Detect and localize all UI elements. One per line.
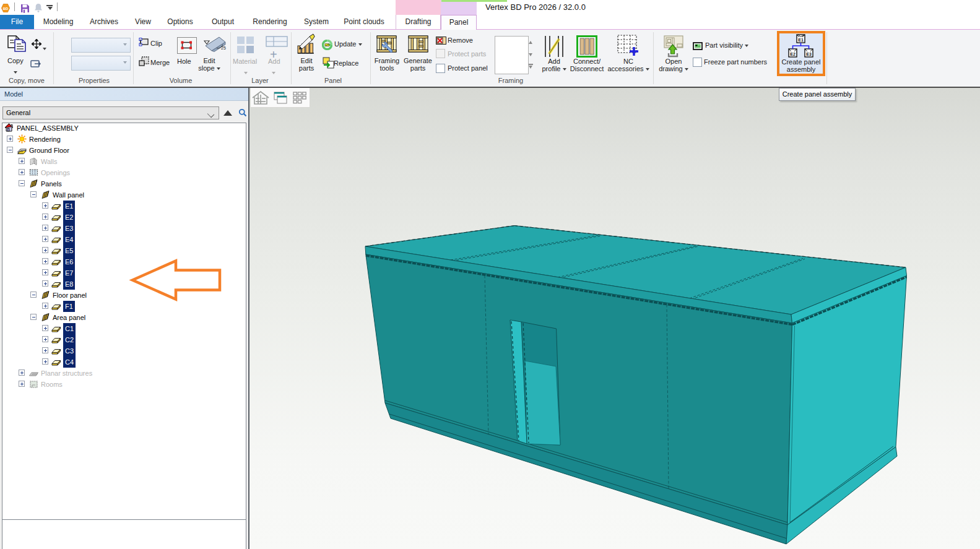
svg-text:E3: E3 (806, 52, 812, 56)
svg-text:E2: E2 (790, 52, 796, 56)
svg-text:BD: BD (3, 7, 9, 11)
svg-text:25: 25 (221, 46, 226, 50)
svg-text:E1: E1 (798, 38, 804, 42)
